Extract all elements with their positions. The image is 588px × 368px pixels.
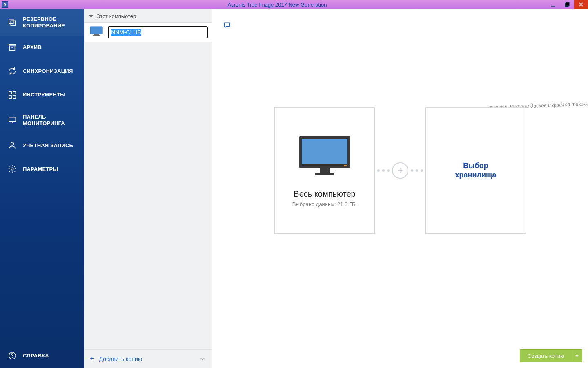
nav-label: ПАНЕЛЬ МОНИТОРИНГА	[23, 114, 78, 126]
computer-large-icon	[296, 134, 353, 179]
nav-item-backup[interactable]: РЕЗЕРВНОЕ КОПИРОВАНИЕ	[0, 9, 84, 36]
svg-rect-27	[344, 165, 347, 166]
list-group-header[interactable]: Этот компьютер	[84, 9, 212, 22]
sidebar-nav: РЕЗЕРВНОЕ КОПИРОВАНИЕ АРХИВ СИНХРОНИЗАЦИ…	[0, 9, 84, 368]
svg-rect-22	[94, 34, 99, 35]
svg-rect-21	[90, 27, 102, 34]
grid-icon	[7, 90, 17, 100]
restore-button[interactable]	[560, 0, 574, 9]
nav-label: УЧЕТНАЯ ЗАПИСЬ	[23, 142, 73, 149]
nav-label: СПРАВКА	[23, 352, 49, 359]
svg-rect-2	[566, 2, 569, 6]
list-footer: + Добавить копию	[84, 349, 212, 368]
svg-rect-13	[13, 96, 16, 98]
svg-rect-6	[11, 21, 15, 25]
create-backup-split-button: Создать копию	[520, 349, 582, 362]
window-title: Acronis True Image 2017 New Generation	[8, 2, 546, 8]
backup-list-item[interactable]	[84, 22, 212, 42]
add-backup-button[interactable]: + Добавить копию	[90, 355, 142, 363]
nav-item-help[interactable]: СПРАВКА	[0, 343, 84, 368]
backup-list-column: Этот компьютер + Добавить копию	[84, 9, 212, 368]
svg-rect-29	[315, 173, 334, 175]
list-footer-menu[interactable]	[199, 355, 206, 363]
svg-rect-8	[10, 46, 15, 51]
nav-label: РЕЗЕРВНОЕ КОПИРОВАНИЕ	[23, 16, 78, 29]
create-backup-dropdown[interactable]	[572, 349, 582, 362]
app-icon: A	[2, 1, 8, 8]
nav-item-sync[interactable]: СИНХРОНИЗАЦИЯ	[0, 59, 84, 83]
svg-rect-25	[302, 139, 347, 164]
user-icon	[7, 140, 17, 150]
window-controls	[546, 0, 588, 9]
svg-rect-10	[9, 92, 11, 94]
archive-icon	[7, 43, 17, 52]
backup-icon	[7, 18, 17, 27]
source-title: Весь компьютер	[294, 189, 355, 199]
main-content: резервные копии дисков и файлов также до…	[212, 9, 588, 368]
nav-label: ПАРАМЕТРЫ	[23, 166, 58, 173]
sync-icon	[7, 66, 17, 76]
nav-label: АРХИВ	[23, 44, 42, 51]
minimize-button[interactable]	[546, 0, 560, 9]
nav-item-account[interactable]: УЧЕТНАЯ ЗАПИСЬ	[0, 133, 84, 157]
svg-point-18	[11, 168, 13, 171]
plus-icon: +	[90, 355, 94, 363]
source-subtitle: Выбрано данных: 21,3 ГБ.	[292, 201, 357, 207]
backup-flow: Весь компьютер Выбрано данных: 21,3 ГБ. …	[212, 107, 588, 234]
flow-arrow	[375, 162, 425, 179]
svg-rect-23	[93, 35, 100, 36]
nav-item-settings[interactable]: ПАРАМЕТРЫ	[0, 157, 84, 181]
computer-icon	[90, 26, 103, 38]
svg-rect-28	[320, 168, 330, 173]
title-bar: A Acronis True Image 2017 New Generation	[0, 0, 588, 9]
destination-title: Выбор хранилища	[455, 161, 497, 180]
svg-rect-12	[9, 96, 11, 98]
nav-label: СИНХРОНИЗАЦИЯ	[23, 68, 73, 74]
close-button[interactable]	[574, 0, 588, 9]
create-backup-button[interactable]: Создать копию	[520, 349, 572, 362]
source-card[interactable]: Весь компьютер Выбрано данных: 21,3 ГБ.	[274, 107, 375, 234]
list-group-label: Этот компьютер	[96, 13, 136, 19]
add-backup-label: Добавить копию	[99, 356, 143, 362]
monitor-icon	[7, 115, 17, 125]
destination-card[interactable]: Выбор хранилища	[425, 107, 526, 234]
svg-rect-26	[302, 164, 347, 166]
gear-icon	[7, 164, 17, 174]
dots-right-icon	[411, 169, 423, 172]
backup-name-input[interactable]	[108, 26, 208, 38]
arrow-right-icon	[392, 162, 408, 179]
create-backup-label: Создать копию	[528, 353, 564, 359]
nav-item-dashboard[interactable]: ПАНЕЛЬ МОНИТОРИНГА	[0, 107, 84, 133]
dots-left-icon	[377, 169, 390, 172]
nav-label: ИНСТРУМЕНТЫ	[23, 92, 65, 98]
nav-item-tools[interactable]: ИНСТРУМЕНТЫ	[0, 83, 84, 107]
comment-button[interactable]	[223, 21, 231, 31]
svg-point-20	[12, 357, 12, 358]
svg-rect-5	[9, 19, 13, 23]
nav-item-archive[interactable]: АРХИВ	[0, 36, 84, 59]
chevron-down-icon	[89, 15, 93, 18]
svg-rect-11	[13, 92, 16, 94]
help-icon	[7, 351, 17, 361]
svg-rect-14	[9, 117, 16, 121]
svg-point-17	[11, 142, 13, 145]
